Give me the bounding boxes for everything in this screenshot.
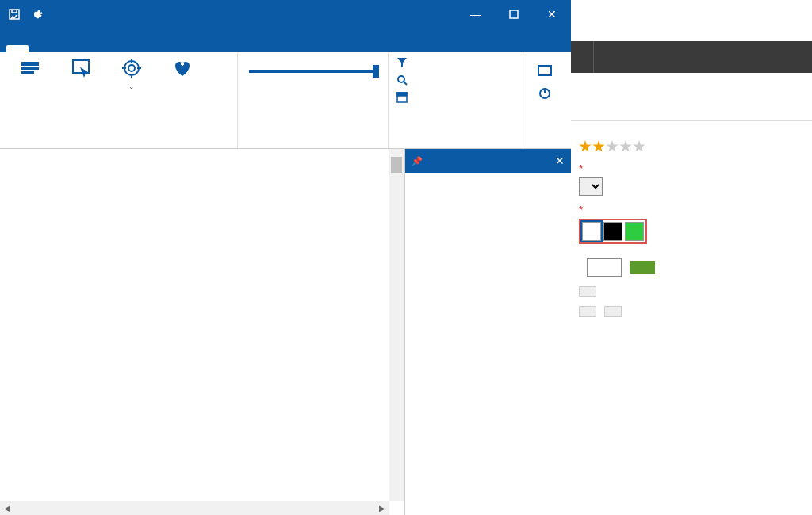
titlebar: — ✕ (0, 0, 571, 29)
svg-rect-2 (22, 63, 38, 65)
items-group-label (8, 143, 229, 147)
email-friend-button[interactable] (579, 306, 596, 317)
funnel-icon (396, 57, 409, 70)
search-icon (396, 74, 409, 87)
target-icon (121, 57, 143, 79)
highlight-icon (19, 57, 41, 79)
tree-panel: ◀▶ (0, 149, 404, 515)
search-pane-toggle[interactable] (396, 74, 414, 87)
color-label: * (579, 204, 804, 216)
preview-pane-toggle[interactable] (396, 92, 414, 105)
vertical-scrollbar[interactable] (389, 149, 404, 501)
highlight-selection-button[interactable] (8, 57, 52, 81)
pane-toggle-a[interactable] (538, 65, 552, 76)
filter-slider[interactable] (249, 70, 376, 73)
maximize-button[interactable] (495, 0, 533, 29)
svg-point-6 (124, 61, 139, 75)
pin-icon[interactable]: 📌 (412, 156, 423, 166)
sidepanes-group-label (396, 143, 515, 147)
svg-rect-4 (22, 71, 33, 73)
star-icon (606, 140, 619, 153)
category-nav (571, 41, 812, 73)
power-icon[interactable] (538, 86, 552, 102)
close-icon[interactable]: ✕ (555, 154, 565, 167)
tab-home[interactable] (6, 45, 29, 52)
preview-icon (396, 92, 409, 105)
save-icon[interactable] (6, 6, 22, 22)
self-healing-button[interactable] (160, 57, 205, 81)
select-screen-icon (70, 57, 92, 79)
color-swatch-green[interactable] (625, 222, 644, 241)
nav-jewelry[interactable] (593, 41, 616, 73)
svg-rect-1 (510, 10, 518, 18)
size-label: * (579, 162, 804, 174)
svg-point-7 (128, 65, 135, 71)
add-to-cart-button[interactable] (630, 261, 655, 274)
add-to-compare-button[interactable] (604, 306, 622, 317)
svg-rect-10 (397, 93, 407, 96)
star-icon (633, 140, 645, 153)
nav-digital-downloads[interactable] (571, 41, 593, 73)
heart-plus-icon (171, 57, 193, 79)
svg-point-8 (398, 76, 404, 82)
properties-panel: 📌 ✕ (404, 149, 571, 515)
filtered-group-label (246, 143, 380, 147)
qty-input[interactable] (587, 258, 622, 277)
star-icon (579, 140, 592, 153)
filter-pane-toggle[interactable] (396, 57, 414, 70)
star-icon (592, 140, 605, 153)
svg-rect-5 (73, 60, 89, 73)
chevron-down-icon: ⌄ (128, 82, 135, 91)
size-select[interactable] (579, 177, 603, 196)
color-swatch-white[interactable] (582, 222, 601, 241)
star-icon (619, 140, 632, 153)
select-on-screen-button[interactable] (59, 57, 103, 81)
color-swatches (579, 219, 647, 244)
ribbon: ⌄ (0, 52, 571, 149)
minimize-button[interactable]: — (457, 0, 495, 29)
tabstrip (0, 29, 571, 52)
svg-rect-3 (22, 67, 38, 69)
settings-icon[interactable] (29, 6, 44, 22)
horizontal-scrollbar[interactable]: ◀▶ (0, 501, 389, 515)
add-to-wishlist-button[interactable] (579, 286, 596, 297)
browser-panel: * * (571, 0, 812, 515)
rating-stars (579, 140, 804, 153)
color-swatch-black[interactable] (603, 222, 622, 241)
close-button[interactable]: ✕ (533, 0, 571, 29)
identify-by-button[interactable]: ⌄ (109, 57, 154, 91)
